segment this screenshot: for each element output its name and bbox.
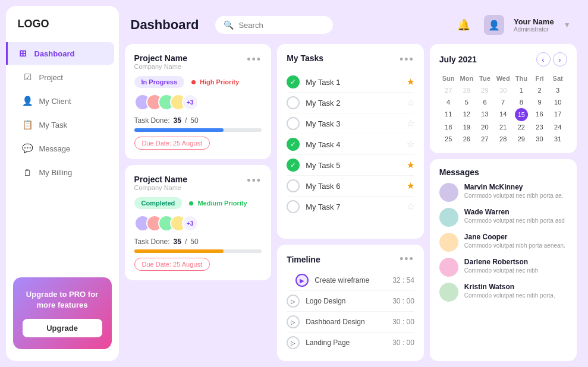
calendar-day[interactable]: 22	[512, 121, 530, 133]
task-star[interactable]: ☆	[407, 118, 414, 129]
calendar-day[interactable]: 23	[530, 121, 549, 133]
sidebar-item-message[interactable]: 💬 Message	[11, 137, 114, 160]
calendar-day[interactable]: 31	[549, 133, 567, 145]
calendar-day[interactable]: 29	[476, 84, 494, 96]
user-menu-chevron[interactable]: ▼	[564, 21, 571, 29]
username: Your Name	[514, 17, 554, 26]
calendar-day[interactable]: 26	[457, 133, 476, 145]
sidebar-item-myclient[interactable]: 👤 My Client	[11, 90, 114, 112]
timeline-list: ▶ Create wireframe 32 : 54 ▷ Logo Design…	[287, 270, 414, 353]
message-sender: Jane Cooper	[464, 233, 565, 241]
project1-menu[interactable]: •••	[247, 53, 262, 66]
billing-icon: 🗒	[23, 167, 33, 178]
message-item[interactable]: Marvin McKinney Commodo volutpat nec nib…	[439, 183, 567, 202]
task-star[interactable]: ★	[407, 160, 414, 170]
task-label: My Task 5	[306, 161, 401, 170]
calendar-day-header: Fri	[530, 72, 549, 84]
notification-bell[interactable]: 🔔	[453, 14, 474, 36]
calendar-day[interactable]: 15	[515, 108, 528, 121]
task-checkbox[interactable]	[287, 200, 300, 213]
calendar-prev[interactable]: ‹	[536, 52, 551, 67]
timeline-time: 30 : 00	[392, 338, 414, 347]
message-sender: Darlene Robertson	[464, 258, 539, 266]
sidebar-item-mytask[interactable]: 📋 My Task	[11, 113, 114, 136]
middle-column: My Tasks ••• ✓ My Task 1 ★ My Task 2 ☆ M…	[277, 44, 424, 361]
message-content: Kristin Watson Commodo volutpat nec nibh…	[464, 283, 555, 299]
calendar-day[interactable]: 24	[549, 121, 567, 133]
task-checkbox[interactable]	[287, 117, 300, 130]
task-checkbox[interactable]	[287, 179, 300, 192]
message-item[interactable]: Darlene Robertson Commodo volutpat nec n…	[439, 258, 567, 277]
calendar-day[interactable]: 19	[457, 121, 476, 133]
task-label: My Task 6	[306, 182, 401, 191]
calendar-day[interactable]: 8	[512, 96, 530, 108]
task-star[interactable]: ☆	[407, 201, 414, 212]
task-item: My Task 3 ☆	[287, 113, 414, 134]
message-item[interactable]: Kristin Watson Commodo volutpat nec nibh…	[439, 283, 567, 302]
calendar-day[interactable]: 10	[549, 96, 567, 108]
calendar-day[interactable]: 28	[494, 133, 512, 145]
calendar-day[interactable]: 27	[439, 84, 458, 96]
search-bar[interactable]: 🔍	[215, 16, 333, 34]
task-label: My Task 7	[306, 203, 401, 211]
calendar-next[interactable]: ›	[553, 52, 567, 67]
calendar-day[interactable]: 21	[494, 121, 512, 133]
calendar-day[interactable]: 18	[439, 121, 458, 133]
project1-status: In Progress	[134, 76, 185, 88]
calendar-day[interactable]: 9	[530, 96, 549, 108]
message-avatar	[439, 183, 458, 202]
calendar-day[interactable]: 3	[549, 84, 567, 96]
task-item: My Task 2 ☆	[287, 93, 414, 113]
calendar-day[interactable]: 28	[457, 84, 476, 96]
calendar-day[interactable]: 11	[439, 108, 458, 121]
dashboard-grid: Project Name Company Name ••• In Progres…	[125, 44, 577, 361]
task-checkbox[interactable]: ✓	[287, 159, 300, 172]
calendar-day[interactable]: 30	[494, 84, 512, 96]
sidebar-item-mybilling[interactable]: 🗒 My Billing	[11, 161, 114, 184]
task-star[interactable]: ★	[407, 181, 414, 191]
message-avatar	[439, 208, 458, 227]
upgrade-button[interactable]: Upgrade	[23, 319, 102, 337]
calendar-day[interactable]: 12	[457, 108, 476, 121]
calendar-day[interactable]: 30	[530, 133, 549, 145]
user-info: Your Name Administrator	[514, 17, 554, 33]
calendar-day[interactable]: 6	[476, 96, 494, 108]
message-content: Jane Cooper Commodo volutpat nibh porta …	[464, 233, 565, 249]
calendar-day[interactable]: 20	[476, 121, 494, 133]
priority-dot	[191, 80, 196, 84]
timeline-menu[interactable]: •••	[400, 253, 414, 265]
mytasks-menu[interactable]: •••	[400, 53, 414, 66]
sidebar-item-dashboard[interactable]: ⊞ Dashboard	[6, 42, 114, 65]
message-text: Commodo volutpat nec nibh porta.	[464, 292, 555, 299]
message-item[interactable]: Wade Warren Commodo volutpat nec nibh po…	[439, 208, 567, 227]
timeline-icon: ▷	[287, 315, 300, 328]
sidebar-item-project[interactable]: ☑ Project	[11, 66, 114, 88]
task-star[interactable]: ☆	[407, 97, 414, 108]
mytasks-title: My Tasks	[287, 53, 323, 63]
task-star[interactable]: ★	[407, 77, 414, 87]
timeline-label: Landing Page	[306, 338, 386, 347]
task-star[interactable]: ☆	[407, 139, 414, 150]
calendar-day[interactable]: 4	[439, 96, 458, 108]
timeline-item: ▷ Dashboard Design 30 : 00	[287, 312, 414, 333]
project2-menu[interactable]: •••	[247, 175, 262, 187]
calendar-day[interactable]: 13	[476, 108, 494, 121]
calendar-day[interactable]: 16	[530, 108, 549, 121]
timeline-label: Dashboard Design	[306, 318, 386, 326]
message-item[interactable]: Jane Cooper Commodo volutpat nibh porta …	[439, 233, 567, 252]
calendar-day[interactable]: 5	[457, 96, 476, 108]
calendar-day[interactable]: 27	[476, 133, 494, 145]
calendar-day[interactable]: 17	[549, 108, 567, 121]
task-checkbox[interactable]	[287, 96, 300, 109]
task-checkbox[interactable]: ✓	[287, 75, 300, 88]
sidebar-label-dashboard: Dashboard	[34, 49, 75, 58]
calendar-day[interactable]: 29	[512, 133, 530, 145]
calendar-day[interactable]: 25	[439, 133, 458, 145]
calendar-day[interactable]: 14	[494, 108, 512, 121]
calendar-day[interactable]: 1	[512, 84, 530, 96]
task-checkbox[interactable]: ✓	[287, 138, 300, 151]
calendar-day[interactable]: 2	[530, 84, 549, 96]
calendar-day[interactable]: 7	[494, 96, 512, 108]
search-input[interactable]	[238, 21, 325, 30]
timeline-item: ▷ Logo Design 30 : 00	[287, 291, 414, 312]
